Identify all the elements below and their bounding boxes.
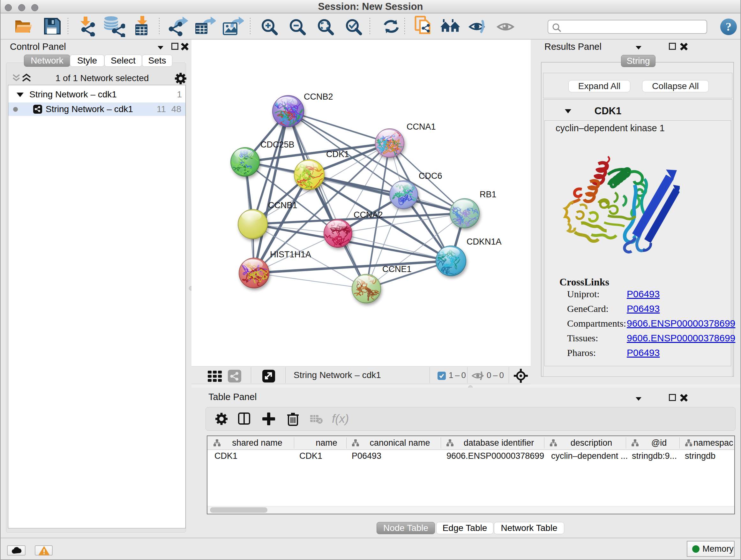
svg-text:CDC25B: CDC25B — [260, 140, 294, 149]
svg-text:CCNB1: CCNB1 — [268, 200, 297, 210]
svg-text:CCNA1: CCNA1 — [407, 122, 436, 132]
svg-text:CCNB2: CCNB2 — [304, 92, 333, 102]
svg-text:RB1: RB1 — [480, 190, 496, 199]
svg-text:CCNA2: CCNA2 — [354, 210, 383, 220]
svg-text:CDC6: CDC6 — [419, 171, 442, 181]
svg-text:CDKN1A: CDKN1A — [467, 237, 502, 246]
svg-text:CCNE1: CCNE1 — [382, 264, 412, 274]
svg-text:HIST1H1A: HIST1H1A — [270, 250, 311, 259]
svg-text:CDK1: CDK1 — [326, 149, 349, 159]
